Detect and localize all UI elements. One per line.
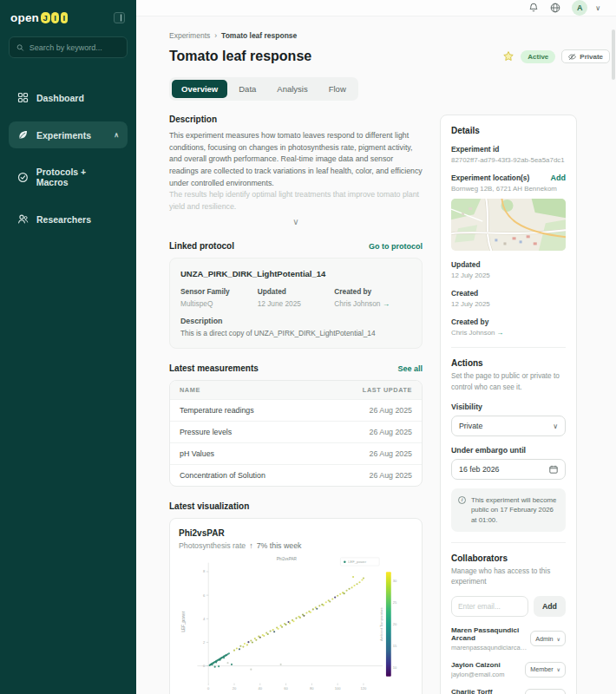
collaborator-role-select[interactable]: Member ∨ <box>525 662 566 678</box>
created-by-link[interactable]: Chris Johnson → <box>451 329 566 337</box>
trend-up-icon: ↑ <box>249 541 252 550</box>
page-content: Experiments › Tomato leaf response Tomat… <box>136 16 616 694</box>
collaborator-role-select[interactable]: Admin ∨ <box>530 631 566 646</box>
protocol-field: Created by Chris Johnson → <box>334 287 411 308</box>
measurement-date: 26 Aug 2025 <box>370 406 412 415</box>
collaborator-email: marenpassaqundiciarcand@em... <box>451 644 527 651</box>
left-column: Description This experiment measures how… <box>169 115 423 694</box>
sidebar-item-experiments[interactable]: Experiments ∧ <box>9 121 128 148</box>
tab-overview[interactable]: Overview <box>172 80 227 98</box>
protocol-field-value: Chris Johnson <box>334 299 380 308</box>
svg-text:30: 30 <box>393 579 397 583</box>
measurement-date: 26 Aug 2025 <box>370 449 412 458</box>
collaborator-email-input[interactable] <box>451 596 528 617</box>
linked-protocol-heading: Linked protocol <box>169 241 234 251</box>
see-all-link[interactable]: See all <box>397 364 423 373</box>
description-text: This experiment measures how tomato leav… <box>169 130 423 189</box>
sidebar-item-label: Researchers <box>36 214 91 225</box>
go-to-protocol-link[interactable]: Go to protocol <box>369 242 423 251</box>
logo-letter: J <box>41 12 50 24</box>
embargo-info-text: This experiment will become public on 17… <box>471 495 559 525</box>
experiment-id-value: 82702ff7-ad79-43f3-92ab-5ea5a7dc1 <box>451 156 566 164</box>
language-button[interactable] <box>550 3 560 13</box>
main-area: A ∨ Experiments › Tomato leaf response T… <box>136 0 616 694</box>
search-icon <box>16 43 24 52</box>
scrollbar-thumb[interactable] <box>612 29 615 80</box>
created-label: Created <box>451 289 566 298</box>
embargo-date-value: 16 feb 2026 <box>459 465 499 474</box>
breadcrumb-parent[interactable]: Experiments <box>169 31 210 40</box>
sidebar-collapse-button[interactable] <box>113 11 126 24</box>
description-expand-button[interactable]: ∨ <box>169 217 423 226</box>
svg-text:10: 10 <box>393 666 397 671</box>
table-row[interactable]: Pressure levels 26 Aug 2025 <box>170 421 422 442</box>
privacy-badge[interactable]: Private <box>561 49 610 63</box>
collapse-sidebar-icon <box>113 11 126 24</box>
chart-subtitle-text: Photosynthesis rate <box>179 541 246 550</box>
collaborator-name: Jaylon Calzoni <box>451 661 521 669</box>
protocol-field-value: MultispeQ <box>180 299 258 308</box>
table-row[interactable]: pH Values 26 Aug 2025 <box>170 442 422 464</box>
tab-analysis[interactable]: Analysis <box>267 80 317 98</box>
sidebar-item-dashboard[interactable]: Dashboard <box>9 84 128 111</box>
table-header-row: NAME LAST UPDATE <box>170 381 422 399</box>
top-bar: A ∨ <box>136 0 616 16</box>
user-menu[interactable]: A ∨ <box>572 0 600 16</box>
divider <box>451 347 566 348</box>
protocol-field-label: Sensor Family <box>180 287 258 296</box>
measurement-name: Pressure levels <box>180 428 232 436</box>
svg-text:40: 40 <box>259 687 263 691</box>
breadcrumb-separator: › <box>214 31 217 40</box>
collaborator-role-value: Admin <box>535 635 553 643</box>
tab-data[interactable]: Data <box>229 80 265 98</box>
created-by-label: Created by <box>451 318 566 326</box>
collaborator-role-value: Member <box>530 665 553 673</box>
visualization-card: Phi2vsPAR Photosynthesis rate ↑ 7% this … <box>169 518 423 694</box>
svg-text:80: 80 <box>310 687 314 691</box>
visibility-label: Visibility <box>451 403 566 411</box>
search-input[interactable] <box>29 43 120 52</box>
embargo-date-input[interactable]: 16 feb 2026 <box>451 459 566 480</box>
sidebar-item-label: Experiments <box>36 130 91 141</box>
location-label: Experiment location(s) <box>451 174 529 182</box>
table-row[interactable]: Concentration of Solution 26 Aug 2025 <box>170 464 422 486</box>
status-badge: Active <box>521 50 555 63</box>
sidebar-item-researchers[interactable]: Researchers <box>9 206 128 232</box>
title-row: Tomato leaf response Active Private <box>169 49 610 64</box>
protocol-field: Updated 12 June 2025 <box>258 287 335 308</box>
svg-text:20: 20 <box>393 622 397 626</box>
measurements-section: Latest measurements See all NAME LAST UP… <box>169 363 423 487</box>
collaborator-role-select[interactable]: Member ∨ <box>525 689 566 694</box>
privacy-badge-label: Private <box>580 53 603 61</box>
chart-subtitle: Photosynthesis rate ↑ 7% this week <box>179 541 413 550</box>
tab-flow[interactable]: Flow <box>319 80 356 98</box>
sidebar-item-protocols-macros[interactable]: Protocols + Macros <box>9 159 128 195</box>
linked-protocol-section: Linked protocol Go to protocol UNZA_PIRK… <box>169 241 423 349</box>
add-location-link[interactable]: Add <box>551 174 567 182</box>
star-icon[interactable] <box>502 50 514 62</box>
logo: open J I I <box>9 9 128 26</box>
svg-text:60: 60 <box>284 687 288 691</box>
collaborators-subtext: Manage who has access to this experiment <box>451 566 566 588</box>
chevron-down-icon: ∨ <box>557 636 560 642</box>
measurement-name: pH Values <box>180 449 214 458</box>
visibility-select[interactable]: Private ∨ <box>451 416 566 436</box>
table-row[interactable]: Temperature readings 26 Aug 2025 <box>170 399 422 421</box>
protocol-created-by-link[interactable]: Chris Johnson → <box>334 299 411 308</box>
right-column: Details Experiment id 82702ff7-ad79-43f3… <box>440 115 577 694</box>
scatter-plot: Phi2vsPAR02468020406080100120PARLEF_powe… <box>179 553 413 694</box>
add-collaborator-button[interactable]: Add <box>534 596 566 617</box>
collaborators-heading: Collaborators <box>451 553 566 563</box>
sidebar-item-label: Protocols + Macros <box>36 167 119 187</box>
notifications-button[interactable] <box>528 3 539 13</box>
dashboard-icon <box>17 92 29 103</box>
column-header-name: NAME <box>180 386 200 394</box>
svg-text:LEF_power: LEF_power <box>348 560 366 565</box>
protocol-field-value: 12 June 2025 <box>258 299 335 308</box>
app-window: open J I I <box>0 0 616 694</box>
chevron-up-icon: ∧ <box>114 131 119 139</box>
measurement-date: 26 Aug 2025 <box>370 471 412 480</box>
map-image <box>451 199 566 251</box>
visibility-value: Private <box>459 422 482 430</box>
measurements-table: NAME LAST UPDATE Temperature readings 26… <box>169 380 423 487</box>
